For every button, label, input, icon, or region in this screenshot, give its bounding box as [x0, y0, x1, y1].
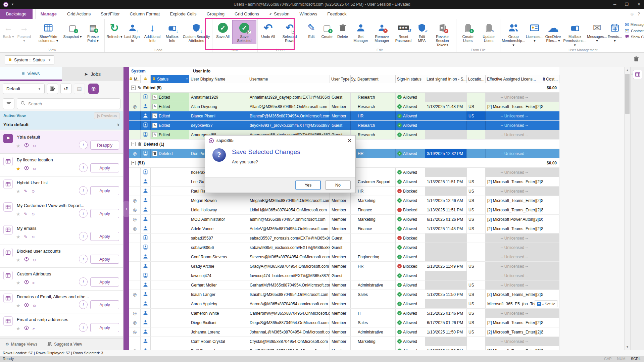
reset-view-button[interactable]: ↺ [60, 84, 71, 94]
favorite-star-icon[interactable]: ★ [16, 257, 20, 263]
tab-grid-actions[interactable]: Grid Actions [62, 9, 96, 19]
table-row[interactable]: ◎Adele VanceAdeleV@M365x88704954.OnMicro… [129, 224, 559, 234]
messages-button[interactable]: ✉Messages... ▾ [587, 20, 607, 44]
view-info-button[interactable]: i [79, 277, 88, 286]
edit-columns-button[interactable] [47, 84, 58, 94]
view-item-my-emails[interactable]: My emails★✎☺iApply [0, 222, 123, 245]
previous-view-button[interactable]: |< Previous [94, 112, 120, 119]
column-header-status[interactable]: Status▾ [151, 75, 189, 83]
apply-view-button[interactable]: Apply [90, 277, 119, 287]
table-row[interactable]: ◎MOD Administratoradmin@M365x88704954.on… [129, 215, 559, 224]
maximize-button[interactable]: ❐ [625, 2, 629, 7]
additional-info-button[interactable]: ↓Additional Info [142, 20, 163, 44]
table-row[interactable]: ✎EditedAnnatimar1929Annatimar1929_dayrep… [129, 93, 559, 102]
collapse-group-icon[interactable]: − [131, 86, 136, 90]
view-info-button[interactable]: i [79, 300, 88, 309]
reset-password-button[interactable]: ✱✱✱↺Reset Password [393, 20, 414, 44]
help-icon[interactable]: ? [638, 11, 640, 16]
collapse-group-icon[interactable]: − [131, 161, 136, 165]
mailbox-permissions-button[interactable]: Mailbox Permissions... ▾ [562, 20, 587, 48]
set-manager-button[interactable]: Set Manager [350, 20, 371, 44]
view-info-button[interactable]: i [79, 323, 88, 332]
table-row[interactable]: ◎✎EditedAllan DeyoungAllanD@M365x8870495… [129, 102, 559, 111]
table-row[interactable]: Aaron ApplebyAaronA@M365x88704954.onmicr… [129, 299, 559, 309]
tab-explode-cells[interactable]: Explode Cells [165, 9, 202, 19]
column-header-user-type[interactable]: User Type [330, 75, 351, 83]
table-row[interactable]: Conf Room StevensStevens@M365x88704954.O… [129, 252, 559, 262]
column-header-locatio[interactable]: Locatio... [467, 75, 486, 83]
manage-views-link[interactable]: ⚙ Manage Views [5, 342, 37, 347]
table-row[interactable]: ◎Johanna LorenzJohannaL@M365x88704954.On… [129, 327, 559, 337]
view-selector[interactable]: System :: Status ▼ [5, 55, 54, 64]
apply-view-button[interactable]: Apply [90, 323, 119, 332]
table-row[interactable]: Conf Room CrystalCrystal@M365x88704954.O… [129, 337, 559, 346]
table-row[interactable]: ◎Patti FernandezPattiF@M365x88704954.OnM… [129, 346, 559, 350]
no-button[interactable]: No [325, 180, 351, 190]
favorite-star-icon[interactable]: ★ [16, 143, 20, 149]
edit-button[interactable]: ✎Edit [304, 20, 319, 40]
undo-all-button[interactable]: ↶Undo All [259, 20, 278, 40]
reapply-view-button[interactable]: Reapply [90, 141, 119, 150]
apply-view-button[interactable]: Apply [90, 255, 119, 264]
view-set-dropdown[interactable]: Default ▼ [3, 84, 45, 94]
apply-view-button[interactable]: Apply [90, 163, 119, 172]
apply-view-button[interactable]: Apply [90, 186, 119, 195]
view-item-hybrid-user-list[interactable]: Hybrid User List★✎☺iApply [0, 176, 123, 199]
custom-security-attributes-button[interactable]: ↓Custom Security Attributes [182, 20, 211, 44]
view-item-my-customized-view-with-depart[interactable]: My Customized View with Depart...★✎☺iApp… [0, 199, 123, 222]
update-users-button[interactable]: ✎Update Users [478, 20, 499, 44]
apply-view-button[interactable]: Apply [90, 209, 119, 218]
view-info-button[interactable]: i [79, 255, 88, 263]
message-rules-button[interactable]: ✉Message Rules...▼ [625, 22, 644, 27]
refresh-button[interactable]: ↻Refresh ▾ [106, 20, 123, 40]
favorite-star-icon[interactable]: ★ [16, 189, 20, 194]
smiley-icon[interactable]: ☺ [630, 11, 634, 16]
show-chats-button[interactable]: Show Chats...▼ [625, 35, 644, 39]
save-all-button[interactable]: ✓Save All [213, 20, 232, 40]
table-row[interactable]: ◎Isaiah LangerIsaiahL@M365x88704954.OnMi… [129, 290, 559, 299]
view-item-email-and-smtp-addresses[interactable]: Email and smtp addresses★»iApply [0, 313, 123, 336]
delete-button[interactable]: Delete [335, 20, 350, 40]
table-row[interactable]: ◎Megan BowenMeganB@M365x88704954.OnMicro… [129, 196, 559, 205]
edit-mfa-button[interactable]: ✓Edit MFA [414, 20, 430, 44]
view-info-button[interactable]: i [79, 232, 88, 241]
expand-panel-icon[interactable]: ‹ [631, 72, 633, 76]
column-header-sy[interactable]: Sy... [351, 75, 356, 83]
tab-sort-filter[interactable]: Sort/Filter [96, 9, 125, 19]
column-header-department[interactable]: Department [356, 75, 396, 83]
mailbox-info-button[interactable]: ↓Mailbox Info [163, 20, 182, 44]
table-row[interactable]: sabad35587sabad35587_noroasis.com#EXT#@M… [129, 234, 559, 243]
favorite-star-icon[interactable]: ★ [16, 303, 20, 308]
contacts-button[interactable]: Contacts...▼ [625, 29, 644, 33]
column-header-m[interactable]: M... [129, 75, 141, 83]
trash-icon[interactable] [633, 56, 639, 63]
table-row[interactable]: sobaw93856sobaw93856_exclussi.com#EXT#@M… [129, 243, 559, 252]
group-row-edited-5[interactable]: −✎Edited (5)$0.00 [129, 83, 559, 93]
grid-scrollbar[interactable]: ▲ ▼ [624, 67, 630, 350]
table-row[interactable]: Grady ArchieGradyA@M365x88704954.OnMicro… [129, 262, 559, 271]
tab-backstage[interactable]: Backstage [0, 9, 33, 19]
onedrive-files-button[interactable]: ☁OneDrive Files... ▾ [544, 20, 562, 44]
table-row[interactable]: Gerhart MollerGerhartM@M365x88704954.OnM… [129, 280, 559, 290]
search-input[interactable]: Search [17, 98, 120, 109]
events-button[interactable]: Events... ▾ [607, 20, 623, 44]
column-header-effective-assigned-licens[interactable]: Effective Assigned Licens... [486, 75, 543, 83]
tab-session[interactable]: ✔Session [264, 9, 294, 19]
view-item-custom-attributes[interactable]: Custom Attributes★»iApply [0, 268, 123, 291]
table-row[interactable]: ✎Editeddeyokev937deyokev937_provko.com#E… [129, 121, 559, 130]
table-row[interactable]: ✎EditedBianca PisaniBiancaP@M365x8870495… [129, 111, 559, 121]
column-header-unit-cost[interactable]: Unit Cost... [543, 75, 559, 83]
save-view-button[interactable]: ▤ [74, 84, 85, 94]
view-item-ytria-default[interactable]: ⚑Ytria default★☺iReapply [0, 131, 123, 154]
create-users-button[interactable]: +Create Users [457, 20, 478, 44]
suggest-view-link[interactable]: Suggest a View [47, 342, 82, 347]
tab-windows[interactable]: Windows [295, 9, 323, 19]
view-item-by-license-location[interactable]: By license location★☺iApply [0, 154, 123, 176]
collapse-chevrons-icon[interactable]: » [116, 123, 121, 126]
favorite-star-icon[interactable]: ★ [16, 166, 20, 171]
table-row[interactable]: ◎Diego SicilianiDiegoS@M365x88704954.OnM… [129, 318, 559, 327]
table-row[interactable]: fawocoj474fawocoj474_buides.com#EXT#@M36… [129, 271, 559, 280]
back-button[interactable]: ←Back ▾ [1, 20, 16, 40]
revoke-session-tokens-button[interactable]: ✕Revoke Session Tokens [430, 20, 455, 48]
favorite-star-icon[interactable]: ★ [16, 211, 20, 217]
